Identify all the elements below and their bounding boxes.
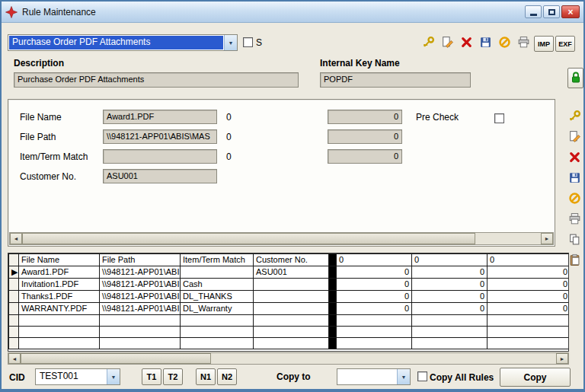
side-delete-button[interactable] — [565, 149, 583, 167]
grid-cell[interactable]: Award1.PDF — [19, 266, 100, 279]
close-button[interactable]: × — [561, 5, 580, 18]
grid-cell[interactable]: 0 — [488, 291, 570, 303]
lock-icon — [571, 72, 581, 85]
grid-cell[interactable]: 0 — [337, 291, 412, 303]
grid-cell[interactable]: Cash — [181, 279, 254, 291]
file-name-label: File Name — [20, 112, 62, 123]
grid-cell[interactable] — [254, 303, 329, 315]
maximize-button[interactable] — [543, 5, 560, 18]
grid-header-item-term[interactable]: Item/Term Match — [181, 254, 254, 266]
titlebar[interactable]: Rule Maintenance × — [2, 2, 583, 23]
pre-check-checkbox[interactable] — [494, 113, 504, 123]
grid-header-num1[interactable]: 0 — [337, 254, 412, 266]
t1-button[interactable]: T1 — [142, 368, 161, 385]
grid-cell[interactable]: 0 — [488, 266, 570, 279]
copy-all-rules-label: Copy All Rules — [430, 372, 494, 383]
grid-cell[interactable]: \\948121-APP01\ABI — [100, 279, 181, 291]
n1-button[interactable]: N1 — [196, 368, 216, 385]
grid-cell[interactable]: Thanks1.PDF — [19, 291, 100, 303]
t2-button[interactable]: T2 — [163, 368, 183, 385]
side-edit-button[interactable] — [565, 129, 583, 147]
panel-scroll-left-button[interactable]: ◄ — [10, 233, 22, 244]
grid-row[interactable]: Invitation1.PDF \\948121-APP01\ABI Cash … — [9, 279, 570, 291]
grid-header-file-name[interactable]: File Name — [19, 254, 100, 266]
file-path-count-field[interactable]: 0 — [328, 129, 402, 144]
grid-cell[interactable] — [254, 279, 329, 291]
grid-cell — [337, 315, 412, 327]
grid-header-num3[interactable]: 0 — [488, 254, 570, 266]
chevron-down-icon[interactable]: ▼ — [224, 35, 237, 50]
toolbar-print-button[interactable] — [514, 34, 532, 53]
n2-button[interactable]: N2 — [217, 368, 237, 385]
rule-selector-combobox[interactable]: Purchase Order PDF Attachments ▼ — [8, 34, 238, 51]
side-key-button[interactable] — [565, 108, 583, 126]
grid-header-customer-no[interactable]: Customer No. — [254, 254, 329, 266]
grid-header-file-path[interactable]: File Path — [100, 254, 181, 266]
grid-scroll-right-button[interactable]: ► — [556, 353, 568, 364]
grid-cell[interactable]: 0 — [488, 303, 570, 315]
rule-selector-value: Purchase Order PDF Attachments — [9, 36, 223, 49]
grid-cell[interactable]: WARRANTY.PDF — [19, 303, 100, 315]
row-selector-arrow: ▶ — [9, 266, 19, 279]
grid-cell[interactable]: ASU001 — [254, 266, 329, 279]
grid-cell[interactable]: 0 — [337, 303, 412, 315]
grid-row[interactable]: ▶ Award1.PDF \\948121-APP01\ABI ASU001 0… — [9, 266, 570, 279]
file-path-field[interactable]: \\948121-APP01\ABIS\MAS — [103, 129, 217, 144]
row-selector — [9, 279, 19, 291]
export-button[interactable]: EXF — [555, 36, 575, 52]
copy-to-combobox[interactable]: ▼ — [337, 368, 411, 385]
s-checkbox[interactable] — [243, 37, 253, 47]
grid-row[interactable]: Thanks1.PDF \\948121-APP01\ABI DL_THANKS… — [9, 291, 570, 303]
internal-key-name-field[interactable]: POPDF — [320, 72, 471, 88]
grid-cell[interactable]: DL_THANKS — [181, 291, 254, 303]
side-copy-button[interactable] — [565, 231, 583, 250]
minimize-button[interactable] — [525, 5, 542, 18]
toolbar-cancel-button[interactable] — [495, 34, 513, 53]
grid-header-num2[interactable]: 0 — [412, 254, 488, 266]
description-field[interactable]: Purchase Order PDF Attachments — [14, 72, 299, 88]
grid-cell[interactable]: DL_Warranty — [181, 303, 254, 315]
grid-cell[interactable]: 0 — [412, 279, 488, 291]
copy-all-rules-checkbox[interactable] — [417, 371, 427, 381]
toolbar-edit-button[interactable] — [438, 34, 456, 53]
grid-row[interactable]: WARRANTY.PDF \\948121-APP01\ABI DL_Warra… — [9, 303, 570, 315]
panel-hscroll-thumb[interactable] — [22, 233, 475, 244]
toolbar-save-button[interactable] — [476, 34, 494, 53]
side-save-button[interactable] — [565, 170, 583, 188]
side-print-button[interactable] — [565, 211, 583, 229]
toolbar-delete-button[interactable] — [457, 34, 475, 53]
grid-cell[interactable] — [181, 266, 254, 279]
panel-scroll-right-button[interactable]: ► — [541, 233, 553, 244]
side-cancel-button[interactable] — [565, 190, 583, 209]
grid-cell[interactable]: 0 — [412, 266, 488, 279]
grid-cell[interactable] — [254, 291, 329, 303]
copy-button[interactable]: Copy — [500, 368, 571, 387]
import-button[interactable]: IMP — [534, 36, 554, 52]
panel-hscroll-track[interactable] — [475, 233, 541, 244]
grid-cell[interactable]: \\948121-APP01\ABI — [100, 291, 181, 303]
grid-cell[interactable]: \\948121-APP01\ABI — [100, 266, 181, 279]
copy-icon — [568, 233, 581, 248]
file-name-count-field[interactable]: 0 — [328, 110, 402, 124]
cid-combobox[interactable]: TEST001 ▼ — [35, 368, 120, 385]
customer-no-field[interactable]: ASU001 — [103, 169, 217, 183]
grid-cell[interactable]: 0 — [488, 279, 570, 291]
grid-cell[interactable]: 0 — [412, 303, 488, 315]
rule-maintenance-window: Rule Maintenance × Purchase Order PDF At… — [0, 0, 585, 392]
item-term-count-field[interactable]: 0 — [328, 149, 402, 164]
toolbar-key-button[interactable] — [419, 34, 437, 53]
grid-cell[interactable]: Invitation1.PDF — [19, 279, 100, 291]
grid-scroll-left-button[interactable]: ◄ — [8, 353, 21, 364]
item-term-match-field[interactable] — [103, 149, 217, 164]
grid-hscroll-track[interactable] — [211, 353, 556, 364]
chevron-down-icon[interactable]: ▼ — [107, 369, 120, 384]
grid-cell — [337, 338, 412, 349]
grid-cell[interactable]: 0 — [337, 279, 412, 291]
chevron-down-icon[interactable]: ▼ — [397, 369, 410, 384]
file-name-field[interactable]: Award1.PDF — [103, 110, 217, 124]
grid-cell[interactable]: 0 — [412, 291, 488, 303]
grid-hscroll-thumb[interactable] — [21, 353, 211, 364]
lock-button[interactable] — [567, 68, 583, 88]
grid-cell[interactable]: 0 — [337, 266, 412, 279]
grid-cell[interactable]: \\948121-APP01\ABI — [100, 303, 181, 315]
